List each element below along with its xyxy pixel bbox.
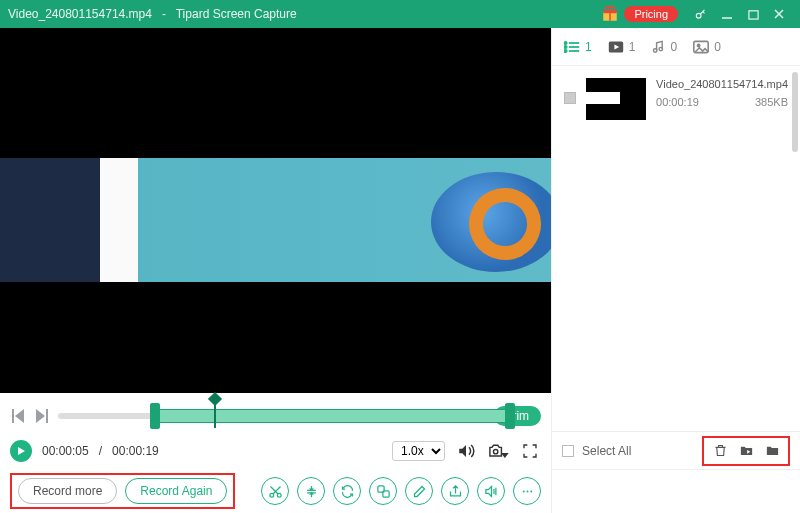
open-folder-icon[interactable] [760,440,784,462]
history-list: Video_240801154714.mp4 00:00:19 385KB [552,66,800,431]
share-icon[interactable] [441,477,469,505]
tab-audio-count: 0 [670,40,677,54]
history-tabs: 1 1 0 0 [552,28,800,66]
maximize-button[interactable] [740,0,766,28]
preview-frame [0,158,551,282]
key-icon[interactable] [688,0,714,28]
tab-audio[interactable]: 0 [651,40,677,54]
title-appname: Tipard Screen Capture [176,7,297,21]
tab-video[interactable]: 1 [608,40,636,54]
window-title: Video_240801154714.mp4 - Tipard Screen C… [8,7,600,21]
time-total: 00:00:19 [112,444,159,458]
playback-controls: 00:00:05/ 00:00:19 1.0x [0,433,551,469]
svg-rect-2 [610,10,612,21]
highlight-record-buttons: Record more Record Again [10,473,235,509]
svg-rect-7 [748,10,757,18]
svg-point-32 [654,48,658,52]
record-more-button[interactable]: Record more [18,478,117,504]
compress-icon[interactable] [297,477,325,505]
cut-icon[interactable] [261,477,289,505]
video-preview[interactable] [0,28,551,393]
gift-icon[interactable] [600,4,620,24]
preview-panel: Trim 00:00:05/ 00:00:19 1.0x Record more… [0,28,551,513]
pricing-badge[interactable]: Pricing [624,6,678,22]
tab-image[interactable]: 0 [693,40,721,54]
svg-point-33 [660,47,664,51]
snapshot-icon[interactable] [487,440,509,462]
timeline-row: Trim [0,393,551,433]
item-checkbox[interactable] [564,92,576,104]
svg-marker-12 [36,409,45,423]
svg-point-5 [696,13,701,18]
merge-icon[interactable] [369,477,397,505]
volume-icon[interactable] [455,440,477,462]
timeline-clip[interactable] [154,409,509,423]
svg-point-35 [698,44,700,46]
svg-marker-14 [18,447,25,455]
minimize-button[interactable] [714,0,740,28]
item-filename: Video_240801154714.mp4 [656,78,788,90]
svg-point-21 [522,490,524,492]
svg-point-4 [610,7,615,12]
history-footer [552,469,800,513]
playhead[interactable] [214,400,216,428]
more-icon[interactable] [513,477,541,505]
select-all-label: Select All [582,444,631,458]
svg-point-28 [565,45,567,47]
time-current: 00:00:05 [42,444,89,458]
export-folder-icon[interactable] [734,440,758,462]
edit-icon[interactable] [405,477,433,505]
highlight-file-ops [702,436,790,466]
trim-handle-end[interactable] [505,403,515,429]
item-thumbnail[interactable] [586,78,646,120]
fullscreen-icon[interactable] [519,440,541,462]
history-bottom: Select All [552,431,800,469]
svg-point-29 [565,49,567,51]
svg-point-23 [530,490,532,492]
trim-handle-start[interactable] [150,403,160,429]
delete-icon[interactable] [708,440,732,462]
svg-point-22 [526,490,528,492]
tab-list[interactable]: 1 [564,40,592,54]
record-again-button[interactable]: Record Again [125,478,227,504]
svg-marker-16 [501,453,509,458]
list-item[interactable]: Video_240801154714.mp4 00:00:19 385KB [556,72,796,126]
svg-rect-10 [12,409,14,423]
select-all-checkbox[interactable] [562,445,574,457]
tab-list-count: 1 [585,40,592,54]
sound-icon[interactable] [477,477,505,505]
title-filename: Video_240801154714.mp4 [8,7,152,21]
item-size: 385KB [755,96,788,108]
tab-image-count: 0 [714,40,721,54]
left-footer: Record more Record Again [0,469,551,513]
history-panel: 1 1 0 0 Video_240801154714.mp4 [551,28,800,513]
speed-select[interactable]: 1.0x [392,441,445,461]
clip-start-button[interactable] [10,408,26,424]
titlebar: Video_240801154714.mp4 - Tipard Screen C… [0,0,800,28]
svg-marker-11 [15,409,24,423]
timeline-track[interactable] [58,406,486,426]
item-duration: 00:00:19 [656,96,699,108]
svg-point-27 [565,41,567,43]
close-button[interactable] [766,0,792,28]
clip-end-button[interactable] [34,408,50,424]
svg-rect-13 [46,409,48,423]
convert-icon[interactable] [333,477,361,505]
tab-video-count: 1 [629,40,636,54]
scrollbar[interactable] [792,72,798,152]
play-button[interactable] [10,440,32,462]
svg-point-15 [494,450,498,454]
